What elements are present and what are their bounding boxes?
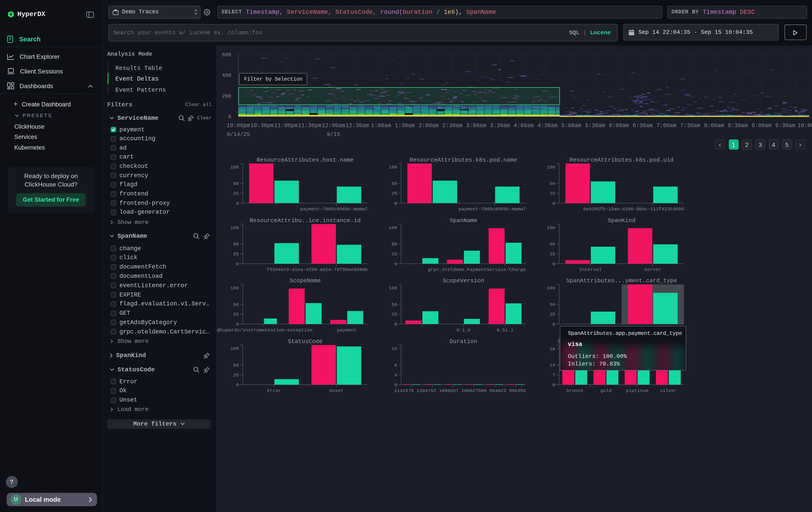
svg-text:Error: Error <box>267 388 281 393</box>
svg-text:25: 25 <box>392 312 397 317</box>
svg-text:10:00am: 10:00am <box>797 123 812 129</box>
svg-text:7:30am: 7:30am <box>680 123 700 129</box>
svg-text:platinum: platinum <box>626 388 648 393</box>
svg-text:ScopeVersion: ScopeVersion <box>443 277 484 284</box>
svg-text:50: 50 <box>392 181 397 186</box>
svg-text:Unset: Unset <box>329 388 343 393</box>
svg-text:grpc.oteldemo.PaymentService/C: grpc.oteldemo.PaymentService/Charge <box>428 267 526 272</box>
svg-text:25: 25 <box>233 191 239 196</box>
svg-text:25: 25 <box>233 251 239 257</box>
svg-text:payment-7985c8969c-mwmw7: payment-7985c8969c-mwmw7 <box>300 207 368 212</box>
svg-text:payment: payment <box>337 328 356 333</box>
svg-text:25: 25 <box>233 373 239 378</box>
svg-text:100: 100 <box>547 286 555 291</box>
svg-text:ResourceAttribu..ice.instance.: ResourceAttribu..ice.instance.id <box>250 217 360 224</box>
svg-text:3:30am: 3:30am <box>490 123 510 129</box>
svg-text:5:30am: 5:30am <box>585 123 605 129</box>
svg-text:0: 0 <box>236 322 239 327</box>
svg-text:25: 25 <box>550 312 555 317</box>
svg-text:f5344ec9-a1ea-4290-a62a-78f5be: f5344ec9-a1ea-4290-a62a-78f5bee8d90b <box>267 267 368 272</box>
svg-text:7: 7 <box>552 373 555 378</box>
svg-text:25: 25 <box>233 312 239 317</box>
svg-text:16: 16 <box>392 346 397 351</box>
svg-text:@hyperdx/instrumentation-excep: @hyperdx/instrumentation-exception <box>217 328 312 333</box>
svg-text:8: 8 <box>394 363 397 368</box>
svg-text:1141978 1386792 1600267 200027: 1141978 1386792 1600267 200027900 584623… <box>394 388 526 393</box>
svg-text:7:00am: 7:00am <box>656 123 676 129</box>
svg-text:SpanName: SpanName <box>450 217 477 224</box>
svg-text:12:30am: 12:30am <box>346 123 369 129</box>
svg-text:4:30am: 4:30am <box>538 123 557 129</box>
svg-text:9/14/25: 9/14/25 <box>227 131 250 138</box>
svg-text:50: 50 <box>233 181 239 186</box>
svg-text:10:30pm: 10:30pm <box>250 123 274 129</box>
svg-text:0: 0 <box>552 262 555 267</box>
svg-text:8:00am: 8:00am <box>704 123 724 129</box>
svg-text:50: 50 <box>550 181 555 186</box>
svg-text:4:00am: 4:00am <box>514 123 534 129</box>
svg-text:0: 0 <box>552 382 555 387</box>
svg-text:3:00am: 3:00am <box>466 123 486 129</box>
svg-text:28: 28 <box>550 347 555 352</box>
svg-text:0: 0 <box>394 262 397 267</box>
svg-text:100: 100 <box>389 165 397 170</box>
svg-text:100: 100 <box>230 286 239 291</box>
svg-text:bronze: bronze <box>566 388 583 393</box>
svg-text:0: 0 <box>394 201 397 206</box>
svg-text:Server: Server <box>644 267 661 272</box>
svg-text:50: 50 <box>233 302 239 307</box>
svg-text:5:00am: 5:00am <box>561 123 581 129</box>
svg-text:Duration: Duration <box>450 338 477 345</box>
svg-text:0: 0 <box>228 114 231 120</box>
svg-text:5e02b5fb-13ae-4296-bbbc-111f42: 5e02b5fb-13ae-4296-bbbc-111f423c460d <box>583 207 684 212</box>
svg-text:2:30am: 2:30am <box>442 123 462 129</box>
svg-text:ScopeName: ScopeName <box>289 277 321 284</box>
svg-text:100: 100 <box>230 165 239 170</box>
svg-text:50: 50 <box>233 242 239 247</box>
svg-text:6:00am: 6:00am <box>609 123 629 129</box>
svg-text:StatusCode: StatusCode <box>288 338 322 345</box>
svg-text:50: 50 <box>392 242 397 247</box>
svg-text:2:00am: 2:00am <box>419 123 439 129</box>
svg-text:14: 14 <box>550 362 555 368</box>
svg-text:0.51.1: 0.51.1 <box>497 328 514 333</box>
svg-text:1:30am: 1:30am <box>395 123 415 129</box>
svg-text:SpanAttributes...yment.card_ty: SpanAttributes...yment.card_type <box>566 277 677 284</box>
svg-text:10:00pm: 10:00pm <box>227 123 250 129</box>
svg-text:100: 100 <box>547 225 555 231</box>
svg-text:25: 25 <box>550 251 555 257</box>
svg-text:0: 0 <box>236 262 239 267</box>
svg-text:1:00am: 1:00am <box>371 123 391 129</box>
svg-text:400: 400 <box>222 73 231 78</box>
svg-text:silver: silver <box>660 388 677 393</box>
svg-text:50: 50 <box>392 302 397 307</box>
svg-text:0.1.0: 0.1.0 <box>457 328 470 333</box>
svg-text:payment-7985c8969c-mwmw7: payment-7985c8969c-mwmw7 <box>459 207 526 212</box>
svg-text:gold: gold <box>600 388 611 393</box>
svg-text:6:30am: 6:30am <box>633 123 652 129</box>
svg-text:25: 25 <box>392 191 397 196</box>
svg-text:0: 0 <box>394 322 397 327</box>
svg-text:12:00am: 12:00am <box>322 123 345 129</box>
svg-text:0: 0 <box>236 201 239 206</box>
svg-text:9/15: 9/15 <box>327 131 340 138</box>
svg-text:9:30am: 9:30am <box>775 123 795 129</box>
svg-text:SpanKind: SpanKind <box>608 217 635 224</box>
svg-text:50: 50 <box>233 363 239 368</box>
svg-text:0: 0 <box>394 382 397 387</box>
svg-text:ResourceAttributes.host.name: ResourceAttributes.host.name <box>257 157 354 163</box>
svg-text:Internal: Internal <box>579 267 602 272</box>
svg-text:4: 4 <box>394 373 397 378</box>
svg-text:600: 600 <box>222 52 231 58</box>
svg-text:25: 25 <box>392 251 397 257</box>
svg-text:25: 25 <box>550 191 555 196</box>
svg-text:8:30am: 8:30am <box>728 123 748 129</box>
svg-text:0: 0 <box>552 322 555 327</box>
svg-text:ResourceAttributes.k8s.pod.uid: ResourceAttributes.k8s.pod.uid <box>570 157 674 163</box>
svg-text:9:00am: 9:00am <box>752 123 772 129</box>
svg-text:200: 200 <box>222 93 231 99</box>
svg-text:50: 50 <box>550 302 555 307</box>
svg-text:100: 100 <box>389 286 397 291</box>
svg-text:11:30pm: 11:30pm <box>298 123 321 129</box>
svg-text:0: 0 <box>552 201 555 206</box>
